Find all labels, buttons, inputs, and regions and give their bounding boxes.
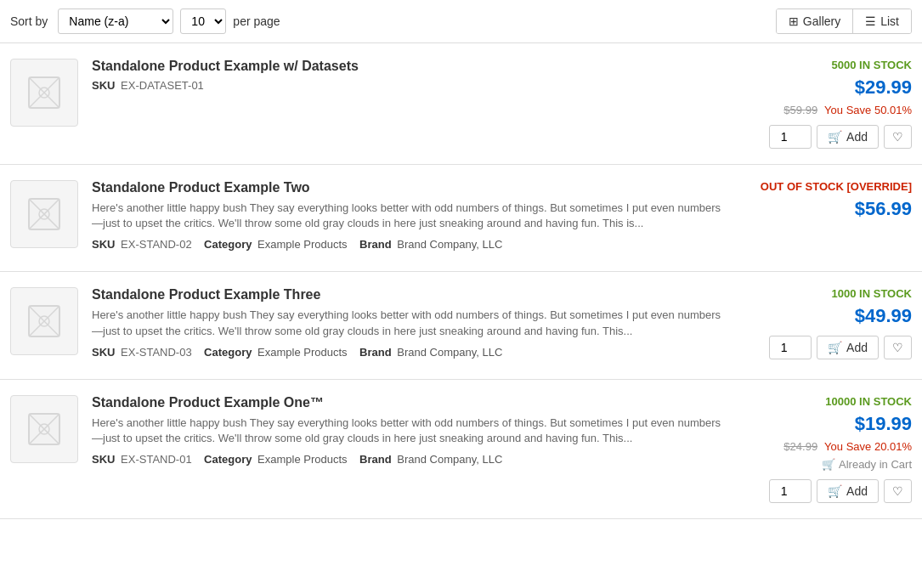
- sort-select[interactable]: Name (z-a) Name (a-z) Price (low-high) P…: [58, 8, 173, 34]
- product-right-panel: 1000 IN STOCK$49.99 🛒 Add ♡: [742, 287, 912, 359]
- product-sku-row: SKU EX-STAND-01 Category Example Product…: [92, 453, 728, 466]
- view-toggle: ⊞ Gallery ☰ List: [776, 8, 912, 34]
- you-save-text: You Save 50.01%: [824, 104, 912, 116]
- add-to-cart-row: 🛒 Add ♡: [769, 336, 912, 359]
- list-icon: ☰: [865, 14, 876, 28]
- product-name: Standalone Product Example Two: [92, 180, 728, 195]
- list-view-button[interactable]: ☰ List: [853, 9, 911, 33]
- category-label: Category: [204, 346, 252, 359]
- product-name: Standalone Product Example One™: [92, 395, 728, 410]
- price-save-row: $59.99 You Save 50.01%: [783, 104, 912, 116]
- stock-status: 1000 IN STOCK: [832, 287, 912, 300]
- quantity-input[interactable]: [769, 125, 812, 149]
- product-price: $49.99: [855, 305, 912, 327]
- product-brand: Brand Company, LLC: [397, 346, 502, 359]
- product-right-panel: 10000 IN STOCK$19.99 $24.99 You Save 20.…: [742, 395, 912, 503]
- product-image: [10, 180, 78, 248]
- quantity-input[interactable]: [769, 336, 812, 359]
- product-sku: EX-STAND-01: [121, 453, 192, 466]
- brand-label: Brand: [359, 346, 392, 359]
- product-details: Standalone Product Example One™Here's an…: [92, 395, 728, 471]
- wishlist-button[interactable]: ♡: [884, 336, 912, 359]
- product-right-panel: OUT OF STOCK [OVERRIDE]$56.99: [742, 180, 912, 220]
- gallery-view-button[interactable]: ⊞ Gallery: [777, 9, 853, 33]
- product-image: [10, 287, 78, 355]
- add-to-cart-button[interactable]: 🛒 Add: [817, 336, 879, 359]
- sku-label: SKU: [92, 346, 115, 359]
- product-price: $29.99: [855, 76, 912, 99]
- product-brand: Brand Company, LLC: [397, 453, 502, 466]
- you-save-text: You Save 20.01%: [824, 440, 912, 453]
- product-sku-row: SKU EX-STAND-02 Category Example Product…: [92, 238, 728, 251]
- product-category: Example Products: [257, 453, 348, 466]
- quantity-input[interactable]: [769, 479, 812, 503]
- wishlist-button[interactable]: ♡: [884, 479, 912, 503]
- cart-add-icon: 🛒: [828, 130, 842, 144]
- sku-label: SKU: [92, 79, 115, 92]
- sku-label: SKU: [92, 453, 115, 466]
- product-image: [10, 395, 78, 463]
- per-page-select[interactable]: 5 10 25 50: [180, 8, 226, 34]
- product-placeholder-icon: [27, 412, 61, 446]
- add-to-cart-row: 🛒 Add ♡: [769, 125, 912, 149]
- product-details: Standalone Product Example ThreeHere's a…: [92, 287, 728, 363]
- stock-status: 10000 IN STOCK: [825, 395, 912, 408]
- add-to-cart-row: 🛒 Add ♡: [769, 479, 912, 503]
- product-sku: EX-STAND-03: [121, 346, 192, 359]
- product-category: Example Products: [257, 346, 348, 359]
- stock-status: OUT OF STOCK [OVERRIDE]: [761, 180, 912, 193]
- product-list: Standalone Product Example w/ Datasets S…: [0, 43, 922, 519]
- product-sku: EX-STAND-02: [121, 238, 192, 251]
- product-item: Standalone Product Example TwoHere's ano…: [0, 165, 922, 272]
- product-right-panel: 5000 IN STOCK$29.99 $59.99 You Save 50.0…: [742, 59, 912, 149]
- product-sku-row: SKU EX-DATASET-01: [92, 79, 728, 92]
- product-name: Standalone Product Example Three: [92, 287, 728, 302]
- product-brand: Brand Company, LLC: [397, 238, 502, 251]
- product-price: $19.99: [855, 413, 912, 435]
- product-description: Here's another little happy bush They sa…: [92, 416, 728, 446]
- product-description: Here's another little happy bush They sa…: [92, 201, 728, 231]
- original-price: $24.99: [783, 440, 817, 453]
- sort-by-label: Sort by: [10, 14, 48, 28]
- product-placeholder-icon: [27, 76, 61, 110]
- heart-icon: ♡: [892, 130, 903, 144]
- product-placeholder-icon: [27, 197, 61, 231]
- product-placeholder-icon: [27, 304, 61, 338]
- product-category: Example Products: [257, 238, 348, 251]
- add-to-cart-button[interactable]: 🛒 Add: [817, 479, 879, 503]
- category-label: Category: [204, 453, 252, 466]
- product-name: Standalone Product Example w/ Datasets: [92, 59, 728, 74]
- brand-label: Brand: [359, 238, 392, 251]
- wishlist-button[interactable]: ♡: [884, 125, 912, 149]
- heart-icon: ♡: [892, 484, 903, 498]
- toolbar: Sort by Name (z-a) Name (a-z) Price (low…: [0, 0, 922, 43]
- product-description: Here's another little happy bush They sa…: [92, 308, 728, 338]
- product-details: Standalone Product Example w/ Datasets S…: [92, 59, 728, 97]
- cart-add-icon: 🛒: [828, 484, 842, 498]
- stock-status: 5000 IN STOCK: [832, 59, 912, 71]
- gallery-icon: ⊞: [789, 14, 799, 28]
- sku-label: SKU: [92, 238, 115, 251]
- per-page-label: per page: [233, 14, 280, 28]
- cart-icon: 🛒: [822, 458, 835, 471]
- price-save-row: $24.99 You Save 20.01%: [783, 440, 912, 453]
- original-price: $59.99: [783, 104, 817, 116]
- category-label: Category: [204, 238, 252, 251]
- product-details: Standalone Product Example TwoHere's ano…: [92, 180, 728, 256]
- product-item: Standalone Product Example w/ Datasets S…: [0, 43, 922, 165]
- product-price: $56.99: [855, 198, 912, 220]
- add-to-cart-button[interactable]: 🛒 Add: [817, 125, 879, 149]
- heart-icon: ♡: [892, 341, 903, 354]
- product-item: Standalone Product Example One™Here's an…: [0, 380, 922, 519]
- already-in-cart-notice: 🛒 Already in Cart: [822, 458, 912, 471]
- product-sku: EX-DATASET-01: [121, 79, 204, 92]
- product-image: [10, 59, 78, 127]
- cart-add-icon: 🛒: [828, 341, 842, 354]
- brand-label: Brand: [359, 453, 392, 466]
- product-sku-row: SKU EX-STAND-03 Category Example Product…: [92, 346, 728, 359]
- product-item: Standalone Product Example ThreeHere's a…: [0, 272, 922, 379]
